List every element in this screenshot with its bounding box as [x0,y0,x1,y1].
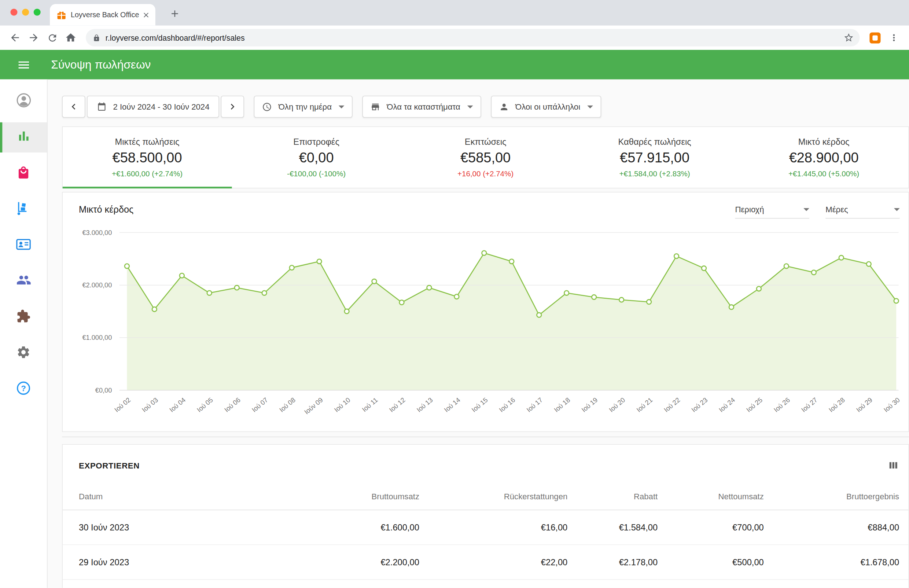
lock-icon[interactable] [93,34,100,42]
metric-label: Επιστροφές [232,137,401,147]
chevron-down-icon [339,105,344,108]
date-range-button[interactable]: 2 Ιούν 2024 - 30 Ιούν 2024 [87,96,219,118]
svg-text:Ιού 30: Ιού 30 [882,396,900,414]
forward-icon[interactable] [24,29,43,46]
svg-text:Ιού 18: Ιού 18 [553,396,572,414]
sidebar-item-employees[interactable] [0,266,47,296]
svg-text:Ιού 19: Ιού 19 [580,396,599,414]
metric-tab-discounts[interactable]: Εκπτώσεις €585,00 +16,00 (+2.74%) [401,127,570,188]
sidebar-item-integrations[interactable] [0,302,47,332]
employees-people-icon [16,272,31,289]
metric-delta: +€1.584,00 (+2.83%) [570,170,739,178]
browser-tab[interactable]: Loyverse Back Office [50,4,155,26]
sidebar-item-inventory[interactable] [0,194,47,225]
zoom-window-button[interactable] [34,9,41,16]
svg-text:Ιού 26: Ιού 26 [773,396,791,414]
tab-close-icon[interactable] [142,10,151,19]
metric-value: €28.900,00 [739,150,909,166]
svg-text:?: ? [21,383,26,393]
reports-bar-chart-icon [16,129,31,146]
settings-gear-icon [16,344,31,362]
cell-profit: €1.678,00 [764,545,909,580]
metric-tab-gross-profit[interactable]: Μικτό κέρδος €28.900,00 +€1.445,00 (+5.0… [739,127,909,188]
svg-text:Ιού 20: Ιού 20 [608,396,626,414]
column-header[interactable]: Rabatt [567,483,657,510]
time-filter-dropdown[interactable]: Όλη την ημέρα [254,96,353,118]
gross-profit-line-chart[interactable]: €0,00€1.000,00€2.000,00€3.000,00Ιού 02Ιο… [63,225,900,422]
svg-text:Ιού 12: Ιού 12 [388,396,407,414]
svg-text:€3.000,00: €3.000,00 [82,229,112,236]
minimize-window-button[interactable] [22,9,29,16]
cell-net: €500,00 [657,545,764,580]
svg-text:€1.000,00: €1.000,00 [82,334,112,341]
export-button[interactable]: EXPORTIEREN [79,461,140,470]
sidebar-item-settings[interactable] [0,338,47,368]
columns-icon[interactable] [887,460,899,472]
svg-text:Ιού 29: Ιού 29 [855,396,873,414]
employee-filter-dropdown[interactable]: Όλοι οι υπάλληλοι [491,96,601,118]
filters-toolbar: 2 Ιούν 2024 - 30 Ιούν 2024 Όλη την ημέρα… [62,96,909,118]
metric-tab-refunds[interactable]: Επιστροφές €0,00 -€100,00 (-100%) [232,127,401,188]
chevron-down-icon [894,208,900,211]
extension-icon[interactable] [869,32,880,43]
content-area: 2 Ιούν 2024 - 30 Ιούν 2024 Όλη την ημέρα… [48,79,909,588]
reload-icon[interactable] [43,29,61,46]
granularity-select[interactable]: Μέρες [825,205,899,218]
metrics-summary: Μικτές πωλήσεις €58.500,00 +€1.600,00 (+… [62,126,909,188]
sidebar-item-account[interactable] [0,87,47,116]
svg-text:Ιού 23: Ιού 23 [690,396,709,414]
store-filter-dropdown[interactable]: Όλα τα καταστήματα [363,96,481,118]
cell-date: 30 Ιούν 2023 [63,510,308,545]
cell-discount: €2.178,00 [567,545,657,580]
chevron-down-icon [587,105,593,108]
column-header[interactable]: Datum [63,483,308,510]
cell-refunds: €22,00 [419,545,567,580]
bookmark-star-icon[interactable] [843,32,854,43]
svg-text:Ιού 14: Ιού 14 [443,396,462,414]
help-icon: ? [16,380,32,398]
cell-profit: €884,00 [764,510,909,545]
chevron-down-icon [803,208,809,211]
column-header[interactable]: Nettoumsatz [657,483,764,510]
prev-period-button[interactable] [62,96,85,118]
app-header: Σύνοψη πωλήσεων [0,50,909,79]
metric-tab-net-sales[interactable]: Καθαρές πωλήσεις €57.915,00 +€1.584,00 (… [570,127,739,188]
browser-menu-kebab-icon[interactable] [885,29,904,46]
home-icon[interactable] [61,29,80,46]
time-filter-label: Όλη την ημέρα [279,102,332,111]
svg-text:Ιού 16: Ιού 16 [498,396,517,414]
metric-value: €0,00 [232,150,401,166]
window-controls [10,9,40,16]
browser-address-bar: r.loyverse.com/dashboard/#/report/sales [0,26,909,50]
chevron-down-icon [467,105,473,108]
svg-text:Ιού 10: Ιού 10 [333,396,352,414]
account-circle-icon [15,92,32,111]
menu-icon[interactable] [17,58,31,71]
sidebar-item-reports[interactable] [0,123,47,152]
cell-refunds: €16,00 [419,510,567,545]
metric-value: €57.915,00 [570,150,739,166]
tab-title: Loyverse Back Office [71,11,142,19]
column-header[interactable]: Bruttoergebnis [764,483,909,510]
back-icon[interactable] [6,29,24,46]
address-bar[interactable]: r.loyverse.com/dashboard/#/report/sales [86,29,859,46]
cell-discount: €1.584,00 [567,510,657,545]
column-header[interactable]: Bruttoumsatz [308,483,419,510]
items-shopping-bag-icon [16,165,31,182]
region-select[interactable]: Περιοχή [735,205,809,218]
new-tab-button[interactable] [168,7,181,20]
svg-text:Ιούν 09: Ιούν 09 [303,396,324,416]
sales-table: Datum Bruttoumsatz Rückerstattungen Raba… [63,483,909,580]
page-title: Σύνοψη πωλήσεων [51,58,151,71]
sidebar-item-items[interactable] [0,158,47,188]
svg-text:Ιού 22: Ιού 22 [663,396,681,414]
close-window-button[interactable] [10,9,17,16]
svg-text:Ιού 03: Ιού 03 [141,396,160,414]
svg-text:Ιού 06: Ιού 06 [223,396,242,414]
sidebar-item-help[interactable]: ? [0,374,47,404]
column-header[interactable]: Rückerstattungen [419,483,567,510]
sidebar-item-customers[interactable] [0,230,47,260]
svg-text:€0,00: €0,00 [95,387,112,394]
metric-tab-gross-sales[interactable]: Μικτές πωλήσεις €58.500,00 +€1.600,00 (+… [63,127,232,188]
next-period-button[interactable] [221,96,244,118]
